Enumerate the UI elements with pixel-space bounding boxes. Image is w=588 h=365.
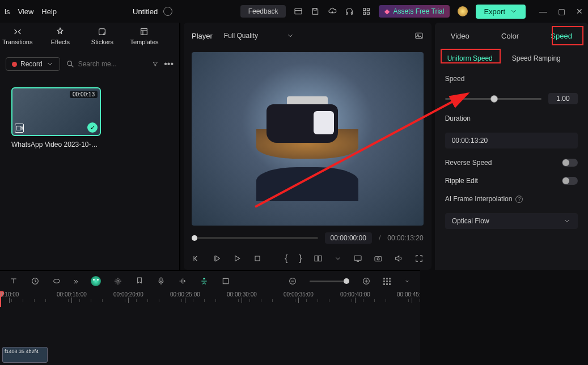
preview-panel: Player Full Quality 00:00:00:00 / 00:00:… <box>184 23 432 270</box>
reverse-speed-toggle[interactable] <box>562 159 578 167</box>
timeline-clip[interactable]: f1408 35 4b2f4 <box>2 347 48 363</box>
bracket-in-icon[interactable]: { <box>285 253 287 264</box>
zoom-slider[interactable] <box>310 281 349 282</box>
camera-icon[interactable] <box>374 254 383 263</box>
search-icon[interactable] <box>66 60 75 69</box>
tab-templates[interactable]: Templates <box>130 27 158 45</box>
record-button[interactable]: Record <box>6 57 60 71</box>
speed-label: Speed <box>445 75 578 83</box>
apps-grid-icon[interactable] <box>362 7 371 16</box>
compare-dropdown-icon[interactable] <box>334 254 342 262</box>
duration-field[interactable]: 00:00:13:20 <box>445 133 578 148</box>
svg-rect-15 <box>315 256 318 261</box>
feedback-button[interactable]: Feedback <box>240 5 286 18</box>
timeline-ruler[interactable]: 0:10:0000:00:15:0000:00:20:0000:00:25:00… <box>0 291 420 307</box>
window-minimize-icon[interactable]: — <box>539 7 547 16</box>
timeline-grid-icon[interactable] <box>383 278 391 285</box>
diamond-icon: ◆ <box>384 7 390 15</box>
svg-rect-8 <box>99 29 105 35</box>
display-icon[interactable] <box>353 254 362 263</box>
clip-duration-badge: 00:00:13 <box>70 91 98 98</box>
svg-point-22 <box>117 280 119 282</box>
ai-interpolation-label: AI Frame Interpolation <box>445 195 513 203</box>
svg-rect-23 <box>160 278 162 282</box>
save-icon[interactable] <box>311 7 320 16</box>
more-tools-icon[interactable]: » <box>74 277 78 286</box>
marker-icon[interactable] <box>135 277 144 286</box>
filter-icon[interactable] <box>152 60 159 69</box>
speed-tool-icon[interactable] <box>200 277 209 286</box>
tab-color[interactable]: Color <box>496 29 524 43</box>
menu-help[interactable]: Help <box>41 7 57 16</box>
ruler-tick: 0:10:00 <box>0 291 19 303</box>
seek-bar[interactable] <box>192 237 318 239</box>
svg-rect-4 <box>363 9 366 11</box>
svg-rect-9 <box>141 29 147 35</box>
more-icon[interactable]: ••• <box>164 59 174 69</box>
audio-beat-icon[interactable] <box>178 277 187 286</box>
timeline-panel: » 0:10:0000:00:15:0000:00:20:0000:00:25:… <box>0 270 420 365</box>
project-title: Untitled <box>133 7 158 16</box>
user-avatar[interactable] <box>458 6 468 16</box>
svg-rect-11 <box>16 126 21 130</box>
tab-stickers[interactable]: Stickers <box>88 27 116 45</box>
sync-status-icon[interactable] <box>163 7 172 16</box>
speed-value[interactable]: 1.00 <box>548 93 578 104</box>
search-input[interactable] <box>78 60 146 68</box>
svg-rect-24 <box>223 278 228 283</box>
subtab-uniform-speed[interactable]: Uniform Speed <box>443 52 497 65</box>
fullscreen-icon[interactable] <box>414 254 424 263</box>
help-icon[interactable]: ? <box>515 196 523 203</box>
ruler-tick: 00:00:20:00 <box>113 291 143 303</box>
svg-rect-1 <box>314 9 317 10</box>
bracket-out-icon[interactable]: } <box>299 253 302 264</box>
window-maximize-icon[interactable]: ▢ <box>557 7 565 16</box>
quality-dropdown[interactable]: Full Quality <box>224 32 294 40</box>
cloud-download-icon[interactable] <box>328 7 337 16</box>
text-tool-icon[interactable] <box>9 277 18 286</box>
tab-speed[interactable]: Speed <box>545 29 578 43</box>
svg-rect-6 <box>363 12 366 14</box>
media-panel: Transitions Effects Stickers Templates R… <box>0 23 180 270</box>
media-clip-thumbnail[interactable]: 00:00:13 ✓ <box>11 87 101 136</box>
zoom-in-icon[interactable] <box>362 277 371 286</box>
layout-icon[interactable] <box>294 7 303 16</box>
svg-rect-2 <box>346 12 348 14</box>
play-pause-icon[interactable] <box>212 254 221 263</box>
tab-effects[interactable]: Effects <box>46 27 74 45</box>
video-type-icon <box>15 124 24 133</box>
tab-transitions[interactable]: Transitions <box>2 27 32 45</box>
export-button[interactable]: Export <box>476 5 526 19</box>
timeline-options-icon[interactable] <box>403 277 411 285</box>
compare-icon[interactable] <box>314 254 323 263</box>
menu-tools[interactable]: ls <box>5 7 10 16</box>
play-icon[interactable] <box>232 254 242 263</box>
mic-icon[interactable] <box>156 277 166 286</box>
tab-video[interactable]: Video <box>445 29 475 43</box>
record-dot-icon <box>12 62 17 67</box>
speed-slider[interactable] <box>445 98 542 100</box>
ai-assistant-icon[interactable] <box>91 276 101 286</box>
assets-trial-button[interactable]: ◆Assets Free Trial <box>379 5 450 18</box>
adjust-icon[interactable] <box>113 277 122 286</box>
snapshot-icon[interactable] <box>414 31 424 40</box>
menu-view[interactable]: View <box>18 7 33 16</box>
preview-viewport[interactable] <box>192 52 424 226</box>
total-time: 00:00:13:20 <box>387 234 423 242</box>
headphones-icon[interactable] <box>345 7 354 16</box>
stop-icon[interactable] <box>253 254 262 263</box>
ripple-edit-label: Ripple Edit <box>445 177 478 185</box>
history-icon[interactable] <box>31 277 40 286</box>
player-label: Player <box>192 32 213 40</box>
window-close-icon[interactable]: ✕ <box>576 7 583 16</box>
mask-icon[interactable] <box>52 277 61 286</box>
ruler-tick: 00:00:30:00 <box>227 291 257 303</box>
ai-interpolation-dropdown[interactable]: Optical Flow <box>445 213 578 229</box>
prev-frame-icon[interactable] <box>192 254 201 263</box>
zoom-out-icon[interactable] <box>288 277 297 286</box>
crop-icon[interactable] <box>221 277 230 286</box>
duration-label: Duration <box>445 114 578 122</box>
subtab-speed-ramping[interactable]: Speed Ramping <box>507 52 565 65</box>
ripple-edit-toggle[interactable] <box>562 177 578 185</box>
volume-icon[interactable] <box>394 254 403 263</box>
